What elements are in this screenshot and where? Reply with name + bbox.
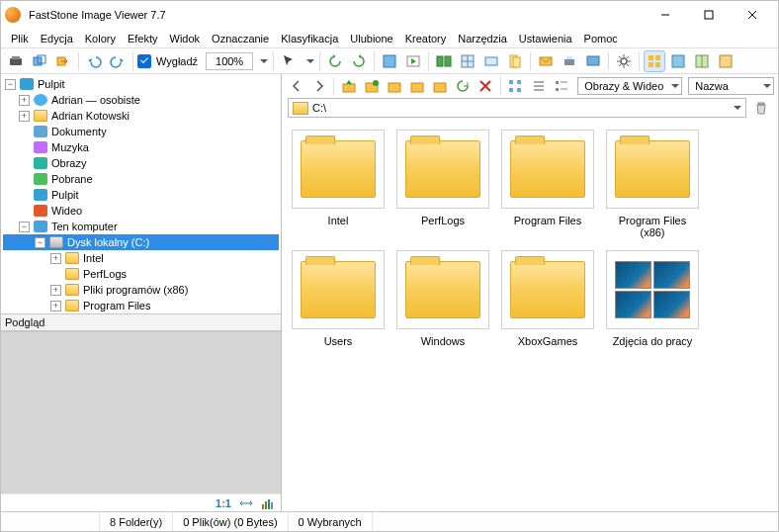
- tree-item[interactable]: +Intel: [3, 250, 279, 266]
- tree-item[interactable]: Muzyka: [3, 139, 279, 155]
- expand-toggle-icon[interactable]: +: [19, 95, 30, 106]
- delete-icon[interactable]: [476, 75, 496, 97]
- expand-toggle-icon[interactable]: +: [50, 253, 61, 264]
- selection-tool-icon[interactable]: [278, 50, 300, 72]
- path-dropdown-icon[interactable]: [734, 106, 741, 114]
- close-button[interactable]: [731, 1, 774, 29]
- sort-combo[interactable]: Nazwa: [688, 77, 774, 95]
- thumbnail-grid[interactable]: IntelPerfLogsProgram FilesProgram Files …: [282, 120, 778, 511]
- folder-icon: [65, 300, 79, 311]
- menu-item[interactable]: Plik: [5, 31, 35, 46]
- recycle-bin-icon[interactable]: [750, 97, 772, 119]
- slideshow-icon[interactable]: [402, 50, 424, 72]
- tree-item[interactable]: +Program Files: [3, 298, 279, 313]
- toolbar-separator: [500, 77, 501, 95]
- print-icon[interactable]: [559, 50, 580, 72]
- expand-toggle-icon[interactable]: −: [5, 79, 16, 90]
- select-all-icon[interactable]: [505, 75, 526, 97]
- menu-item[interactable]: Klasyfikacja: [275, 31, 344, 46]
- zoom-dropdown-button[interactable]: [255, 50, 269, 72]
- menu-item[interactable]: Pomoc: [578, 31, 624, 46]
- refresh-icon[interactable]: [453, 75, 474, 97]
- menu-item[interactable]: Kolory: [79, 31, 122, 46]
- tree-item[interactable]: +Adrian — osobiste: [3, 92, 279, 108]
- smooth-checkbox[interactable]: [137, 54, 151, 68]
- view-list-icon[interactable]: [528, 75, 549, 97]
- selection-dropdown-button[interactable]: [302, 50, 315, 72]
- minimize-button[interactable]: [644, 1, 687, 29]
- tree-item[interactable]: Pobrane: [3, 171, 279, 187]
- fit-width-icon[interactable]: [239, 496, 253, 510]
- nav-back-icon[interactable]: [286, 75, 306, 97]
- move-to-folder-icon[interactable]: [52, 50, 74, 72]
- filter-combo[interactable]: Obrazy & Wideo: [577, 77, 682, 95]
- zoom-combo[interactable]: 100%: [206, 52, 253, 70]
- thumbnail-item[interactable]: Program Files (x86): [606, 130, 699, 238]
- view-dualview-icon[interactable]: [691, 50, 713, 72]
- thumbnail-item[interactable]: Intel: [292, 130, 385, 238]
- expand-toggle-icon[interactable]: +: [50, 301, 61, 311]
- batch-convert-icon[interactable]: [457, 50, 478, 72]
- histogram-icon[interactable]: [261, 496, 275, 510]
- thumbnail-item[interactable]: PerfLogs: [396, 130, 489, 238]
- tree-item[interactable]: Obrazy: [3, 155, 279, 171]
- svg-rect-38: [411, 83, 423, 92]
- copy-to-folder-icon[interactable]: [29, 50, 50, 72]
- nav-up-icon[interactable]: [338, 75, 359, 97]
- menu-item[interactable]: Ulubione: [344, 31, 398, 46]
- view-thumbnails-icon[interactable]: [644, 50, 665, 72]
- batch-rename-icon[interactable]: [480, 50, 502, 72]
- thumbnail-item[interactable]: Windows: [396, 250, 489, 347]
- tree-item[interactable]: Wideo: [3, 203, 279, 219]
- tree-item[interactable]: +Adrian Kotowski: [3, 108, 279, 124]
- menu-item[interactable]: Narzędzia: [452, 31, 513, 46]
- menu-item[interactable]: Widok: [164, 31, 207, 46]
- view-singleview-icon[interactable]: [667, 50, 689, 72]
- new-folder-icon[interactable]: [361, 75, 382, 97]
- expand-toggle-icon: [19, 206, 30, 217]
- nav-forward-icon[interactable]: [308, 75, 329, 97]
- view-details-icon[interactable]: [551, 75, 571, 97]
- folder-preview-collage-icon: [615, 261, 690, 318]
- thumbnail-item[interactable]: Users: [292, 250, 385, 347]
- menu-item[interactable]: Ustawienia: [513, 31, 578, 46]
- email-icon[interactable]: [535, 50, 557, 72]
- undo-icon[interactable]: [83, 50, 105, 72]
- tree-item[interactable]: −Ten komputer: [3, 219, 279, 234]
- thumbnail-item[interactable]: XboxGames: [501, 250, 594, 347]
- documents-folder-icon[interactable]: [407, 75, 428, 97]
- tree-item[interactable]: PerfLogs: [3, 266, 279, 282]
- folder-tree[interactable]: − Pulpit +Adrian — osobiste+Adrian Kotow…: [1, 74, 281, 313]
- maximize-button[interactable]: [687, 1, 731, 29]
- tree-item[interactable]: Pulpit: [3, 187, 279, 203]
- acquire-from-scanner-icon[interactable]: [5, 50, 27, 72]
- menu-item[interactable]: Oznaczanie: [206, 31, 275, 46]
- thumbnail-item[interactable]: Program Files: [501, 130, 594, 238]
- menu-item[interactable]: Edycja: [35, 31, 79, 46]
- redo-icon[interactable]: [107, 50, 129, 72]
- desktop-folder-icon[interactable]: [384, 75, 404, 97]
- svg-rect-4: [10, 58, 22, 65]
- tree-item[interactable]: −Dysk lokalny (C:): [3, 234, 279, 250]
- compare-icon[interactable]: [433, 50, 455, 72]
- tree-root[interactable]: − Pulpit: [3, 76, 279, 92]
- wallpaper-icon[interactable]: [582, 50, 604, 72]
- thumbnail-item[interactable]: Zdjęcia do pracy: [606, 250, 699, 347]
- path-input[interactable]: C:\: [288, 98, 746, 118]
- expand-toggle-icon[interactable]: +: [50, 285, 61, 296]
- view-fullscreen-browser-icon[interactable]: [715, 50, 736, 72]
- thumbnail-label: Zdjęcia do pracy: [613, 335, 693, 347]
- fullscreen-icon[interactable]: [379, 50, 400, 72]
- expand-toggle-icon[interactable]: +: [19, 111, 30, 122]
- pictures-folder-icon[interactable]: [430, 75, 451, 97]
- lossless-jpeg-icon[interactable]: [504, 50, 526, 72]
- tree-item[interactable]: Dokumenty: [3, 124, 279, 139]
- expand-toggle-icon[interactable]: −: [35, 237, 45, 248]
- menu-item[interactable]: Kreatory: [399, 31, 453, 46]
- tree-item[interactable]: +Pliki programów (x86): [3, 282, 279, 298]
- rotate-right-icon[interactable]: [348, 50, 370, 72]
- expand-toggle-icon[interactable]: −: [19, 222, 30, 232]
- menu-item[interactable]: Efekty: [122, 31, 164, 46]
- settings-icon[interactable]: [613, 50, 635, 72]
- rotate-left-icon[interactable]: [324, 50, 346, 72]
